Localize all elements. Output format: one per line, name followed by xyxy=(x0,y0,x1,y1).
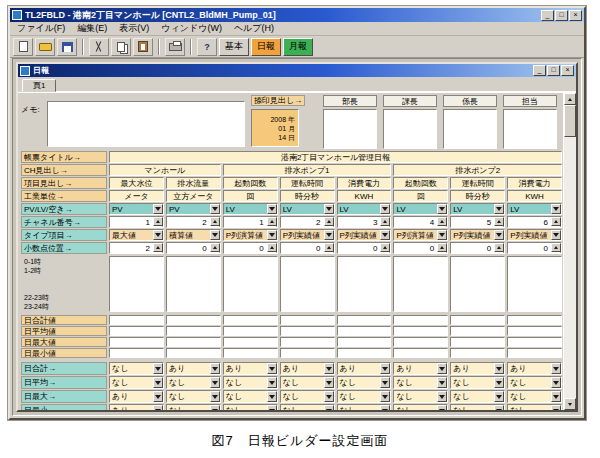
item-heading-field[interactable]: 運転時間 xyxy=(280,177,335,189)
stamp-box[interactable] xyxy=(443,109,497,149)
pvlv-combo[interactable]: LV xyxy=(393,203,448,215)
menu-edit[interactable]: 編集(E) xyxy=(72,21,114,36)
scrollbar-track[interactable] xyxy=(564,105,576,398)
pvlv-combo[interactable]: PV xyxy=(109,203,164,215)
channel-spinner[interactable]: 6 xyxy=(507,216,562,228)
dropdown-arrow-icon[interactable] xyxy=(437,377,447,388)
type-item-combo[interactable]: P列実績値 xyxy=(337,229,392,241)
basic-mode-button[interactable]: 基本 xyxy=(219,38,249,56)
dropdown-arrow-icon[interactable] xyxy=(551,377,561,388)
unit-field[interactable]: KWH xyxy=(337,190,392,202)
print-button[interactable] xyxy=(165,38,185,56)
flag-combo[interactable]: なし xyxy=(280,390,335,403)
pvlv-combo[interactable]: LV xyxy=(450,203,505,215)
item-heading-field[interactable]: 排水流量 xyxy=(166,177,221,189)
flag-combo[interactable]: あり xyxy=(109,404,164,410)
spin-up-icon[interactable] xyxy=(437,243,447,252)
tab-page1[interactable]: 頁1 xyxy=(22,79,56,92)
stamp-box[interactable] xyxy=(323,109,377,149)
maximize-button[interactable]: □ xyxy=(555,10,568,21)
spin-down-icon[interactable] xyxy=(210,252,220,254)
flag-combo[interactable]: なし xyxy=(507,376,562,389)
spin-down-icon[interactable] xyxy=(494,252,504,254)
dropdown-arrow-icon[interactable] xyxy=(494,204,504,214)
dropdown-arrow-icon[interactable] xyxy=(494,230,504,240)
child-maximize-button[interactable]: □ xyxy=(547,65,560,76)
spin-down-icon[interactable] xyxy=(153,252,163,254)
type-item-combo[interactable]: P列実績値 xyxy=(280,229,335,241)
flag-combo[interactable]: なし xyxy=(450,390,505,403)
scroll-down-icon[interactable] xyxy=(564,398,576,410)
stamp-header[interactable]: 係長 xyxy=(443,95,497,107)
dropdown-arrow-icon[interactable] xyxy=(324,363,334,374)
channel-spinner[interactable]: 4 xyxy=(393,216,448,228)
flag-combo[interactable]: なし xyxy=(109,376,164,389)
dropdown-arrow-icon[interactable] xyxy=(210,204,220,214)
dropdown-arrow-icon[interactable] xyxy=(324,377,334,388)
spin-down-icon[interactable] xyxy=(437,252,447,254)
spin-up-icon[interactable] xyxy=(494,217,504,226)
copy-button[interactable] xyxy=(111,38,131,56)
spin-down-icon[interactable] xyxy=(324,226,334,228)
paste-button[interactable] xyxy=(133,38,153,56)
dropdown-arrow-icon[interactable] xyxy=(324,204,334,214)
open-button[interactable] xyxy=(35,38,55,56)
spin-up-icon[interactable] xyxy=(210,243,220,252)
spin-up-icon[interactable] xyxy=(551,217,561,226)
channel-spinner[interactable]: 1 xyxy=(109,216,164,228)
decimal-spinner[interactable]: 0 xyxy=(393,242,448,254)
dropdown-arrow-icon[interactable] xyxy=(153,230,163,240)
dropdown-arrow-icon[interactable] xyxy=(551,391,561,402)
channel-spinner[interactable]: 2 xyxy=(166,216,221,228)
type-item-combo[interactable]: 最大値 xyxy=(109,229,164,241)
spin-up-icon[interactable] xyxy=(267,243,277,252)
flag-combo[interactable]: なし xyxy=(166,376,221,389)
pvlv-combo[interactable]: LV xyxy=(280,203,335,215)
dropdown-arrow-icon[interactable] xyxy=(437,405,447,410)
report-title-field[interactable]: 港南2丁目マンホール管理日報 xyxy=(109,151,562,163)
spin-down-icon[interactable] xyxy=(551,226,561,228)
ch-group-field[interactable]: マンホール xyxy=(109,164,221,176)
scroll-up-icon[interactable] xyxy=(564,93,576,105)
dropdown-arrow-icon[interactable] xyxy=(551,230,561,240)
spin-down-icon[interactable] xyxy=(267,226,277,228)
dropdown-arrow-icon[interactable] xyxy=(153,391,163,402)
date-box[interactable]: 2008 年 01 月 14 日 xyxy=(251,109,299,147)
stamp-header[interactable]: 担当 xyxy=(503,95,557,107)
stamp-header[interactable]: 部長 xyxy=(323,95,377,107)
channel-spinner[interactable]: 2 xyxy=(280,216,335,228)
dropdown-arrow-icon[interactable] xyxy=(494,391,504,402)
spin-down-icon[interactable] xyxy=(437,226,447,228)
spin-up-icon[interactable] xyxy=(380,243,390,252)
flag-combo[interactable]: なし xyxy=(280,404,335,410)
spin-up-icon[interactable] xyxy=(380,217,390,226)
spin-down-icon[interactable] xyxy=(380,252,390,254)
dropdown-arrow-icon[interactable] xyxy=(153,377,163,388)
dropdown-arrow-icon[interactable] xyxy=(494,363,504,374)
unit-field[interactable]: KWH xyxy=(507,190,562,202)
dropdown-arrow-icon[interactable] xyxy=(437,204,447,214)
decimal-spinner[interactable]: 2 xyxy=(109,242,164,254)
stamp-header[interactable]: 課長 xyxy=(383,95,437,107)
pvlv-combo[interactable]: LV xyxy=(337,203,392,215)
item-heading-field[interactable]: 運転時間 xyxy=(450,177,505,189)
flag-combo[interactable]: なし xyxy=(223,390,278,403)
spin-up-icon[interactable] xyxy=(324,217,334,226)
unit-field[interactable]: 回 xyxy=(393,190,448,202)
dropdown-arrow-icon[interactable] xyxy=(494,377,504,388)
spin-up-icon[interactable] xyxy=(153,217,163,226)
decimal-spinner[interactable]: 0 xyxy=(507,242,562,254)
dropdown-arrow-icon[interactable] xyxy=(551,363,561,374)
ch-group-field[interactable]: 排水ポンプ1 xyxy=(223,164,392,176)
dropdown-arrow-icon[interactable] xyxy=(380,204,390,214)
decimal-spinner[interactable]: 0 xyxy=(280,242,335,254)
dropdown-arrow-icon[interactable] xyxy=(210,363,220,374)
dropdown-arrow-icon[interactable] xyxy=(324,391,334,402)
menu-help[interactable]: ヘルプ(H) xyxy=(229,21,281,36)
channel-spinner[interactable]: 3 xyxy=(337,216,392,228)
unit-field[interactable]: 時分秒 xyxy=(450,190,505,202)
flag-combo[interactable]: なし xyxy=(166,404,221,410)
dropdown-arrow-icon[interactable] xyxy=(267,204,277,214)
flag-combo[interactable]: なし xyxy=(507,404,562,410)
dropdown-arrow-icon[interactable] xyxy=(153,405,163,410)
